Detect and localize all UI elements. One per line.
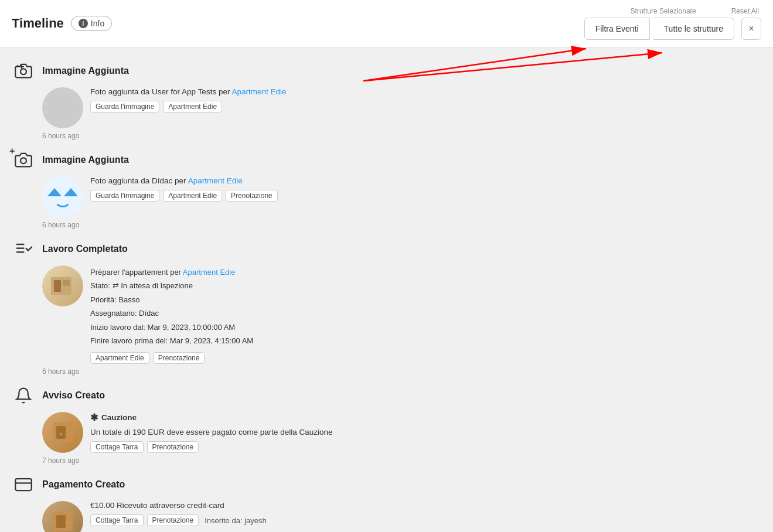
event-header-5: Pagamento Creato	[12, 473, 761, 496]
app-container: Timeline i Info Strutture Selezionate Re…	[0, 0, 773, 532]
apartment-edie-link-1[interactable]: Apartment Edie	[231, 87, 286, 96]
event-thumbnail-2	[42, 176, 83, 217]
event-tags-2: Guarda l'immagine Apartment Edie Prenota…	[90, 190, 761, 202]
header-buttons: Filtra Eventi Tutte le strutture ×	[584, 18, 761, 40]
cauzione-title: ✱ Cauzione	[90, 412, 761, 423]
bell-icon	[12, 384, 35, 407]
event-body-3: Préparer l'appartement per Apartment Edi…	[42, 265, 761, 364]
tag-apartment-edie-3[interactable]: Apartment Edie	[90, 352, 149, 364]
event-desc-2: Foto aggiunta da Dídac per Apartment Edi…	[90, 176, 761, 185]
event-body-5: €10.00 Ricevuto attraverso credit-card C…	[42, 501, 761, 532]
svg-rect-13	[56, 426, 66, 439]
check-icon	[12, 237, 35, 261]
event-header-4: Avviso Creato	[12, 384, 761, 407]
tag-apartment-edie-2[interactable]: Apartment Edie	[163, 190, 222, 202]
pagamento-tags-row: Cottage Tarra Prenotazione Inserito da: …	[90, 514, 761, 526]
event-info-5: €10.00 Ricevuto attraverso credit-card C…	[90, 501, 761, 526]
tag-prenotazione-3[interactable]: Prenotazione	[153, 352, 205, 364]
event-tags-5: Cottage Tarra Prenotazione	[90, 514, 199, 526]
event-info-3: Préparer l'appartement per Apartment Edi…	[90, 265, 761, 364]
credit-card-icon	[12, 473, 35, 496]
svg-point-5	[21, 158, 26, 163]
event-thumbnail-5	[42, 501, 83, 532]
svg-point-19	[66, 521, 68, 524]
tag-apartment-edie-1[interactable]: Apartment Edie	[163, 101, 222, 112]
event-title-2: Immagine Aggiunta	[42, 155, 129, 165]
camera-icon-1: +	[12, 59, 35, 83]
inserito-da: Inserito da: jayesh	[205, 516, 267, 525]
time-ago-4: 7 hours ago	[42, 456, 761, 465]
tag-guarda-immagine-1[interactable]: Guarda l'immagine	[90, 101, 159, 112]
event-header-3: Lavoro Completato	[12, 237, 761, 261]
tag-prenotazione-2[interactable]: Prenotazione	[226, 190, 278, 202]
main-content: + Immagine Aggiunta Foto aggiunta da Use…	[0, 47, 773, 532]
pagamento-desc: €10.00 Ricevuto attraverso credit-card	[90, 501, 761, 510]
event-title-5: Pagamento Creato	[42, 479, 125, 490]
event-tags-3: Apartment Edie Prenotazione	[90, 352, 761, 364]
event-title-3: Lavoro Completato	[42, 244, 128, 254]
info-button[interactable]: i Info	[71, 16, 112, 31]
reset-all-label: Reset All	[731, 7, 759, 15]
strutture-reset-row: Strutture Selezionate Reset All	[631, 7, 761, 15]
header: Timeline i Info Strutture Selezionate Re…	[0, 0, 773, 47]
svg-point-14	[60, 433, 62, 435]
event-avviso-creato: Avviso Creato ✱ Cauzione	[12, 378, 761, 467]
event-pagamento-creato: Pagamento Creato €10.00 Ricevuto attrave…	[12, 467, 761, 532]
event-thumbnail-1	[42, 87, 83, 128]
svg-rect-18	[56, 515, 66, 528]
tag-guarda-immagine-2[interactable]: Guarda l'immagine	[90, 190, 159, 202]
event-tags-4: Cottage Tarra Prenotazione	[90, 441, 761, 453]
header-buttons-row: Strutture Selezionate Reset All Filtra E…	[584, 7, 761, 40]
event-info-2: Foto aggiunta da Dídac per Apartment Edi…	[90, 176, 761, 202]
event-tags-1: Guarda l'immagine Apartment Edie	[90, 101, 761, 112]
event-header-1: + Immagine Aggiunta	[12, 59, 761, 83]
time-ago-1: 6 hours ago	[42, 132, 761, 140]
apartment-edie-link-2[interactable]: Apartment Edie	[188, 176, 243, 185]
event-info-4: ✱ Cauzione Un totale di 190 EUR deve ess…	[90, 412, 761, 453]
event-body-1: Foto aggiunta da User for App Tests per …	[42, 87, 761, 128]
tag-prenotazione-4[interactable]: Prenotazione	[147, 441, 199, 453]
event-desc-1: Foto aggiunta da User for App Tests per …	[90, 87, 761, 96]
work-details: Préparer l'appartement per Apartment Edi…	[90, 265, 761, 347]
event-thumbnail-4	[42, 412, 83, 453]
timeline: + Immagine Aggiunta Foto aggiunta da Use…	[12, 53, 761, 532]
cauzione-desc: Un totale di 190 EUR deve essere pagato …	[90, 428, 761, 436]
event-info-1: Foto aggiunta da User for App Tests per …	[90, 87, 761, 112]
tag-cottage-tarra-1[interactable]: Cottage Tarra	[90, 441, 144, 453]
apartment-edie-link-3[interactable]: Apartment Edie	[183, 268, 236, 277]
event-thumbnail-3	[42, 265, 83, 306]
page-title: Timeline	[12, 16, 64, 31]
event-body-4: ✱ Cauzione Un totale di 190 EUR deve ess…	[42, 412, 761, 453]
svg-rect-10	[54, 280, 61, 292]
info-icon: i	[79, 19, 88, 28]
tutte-strutture-button[interactable]: Tutte le strutture	[653, 18, 734, 40]
event-lavoro-completato: Lavoro Completato Préparer l'appartement…	[12, 231, 761, 378]
event-body-2: Foto aggiunta da Dídac per Apartment Edi…	[42, 176, 761, 217]
time-ago-3: 6 hours ago	[42, 367, 761, 376]
filtra-eventi-button[interactable]: Filtra Eventi	[584, 18, 650, 40]
strutture-selezionate-label: Strutture Selezionate	[631, 7, 696, 15]
tag-cottage-tarra-2[interactable]: Cottage Tarra	[90, 514, 144, 526]
event-immagine-aggiunta-2: + Immagine Aggiunta	[12, 142, 761, 231]
event-title-4: Avviso Creato	[42, 390, 105, 401]
time-ago-2: 6 hours ago	[42, 221, 761, 229]
tag-prenotazione-5[interactable]: Prenotazione	[147, 514, 199, 526]
event-header-2: + Immagine Aggiunta	[12, 148, 761, 172]
close-button[interactable]: ×	[741, 18, 761, 40]
camera-icon-2: +	[12, 148, 35, 172]
event-immagine-aggiunta-1: + Immagine Aggiunta Foto aggiunta da Use…	[12, 53, 761, 142]
svg-rect-11	[63, 280, 70, 286]
header-left: Timeline i Info	[12, 16, 112, 31]
svg-rect-15	[15, 479, 32, 490]
event-title-1: Immagine Aggiunta	[42, 66, 129, 76]
info-label: Info	[91, 19, 104, 28]
